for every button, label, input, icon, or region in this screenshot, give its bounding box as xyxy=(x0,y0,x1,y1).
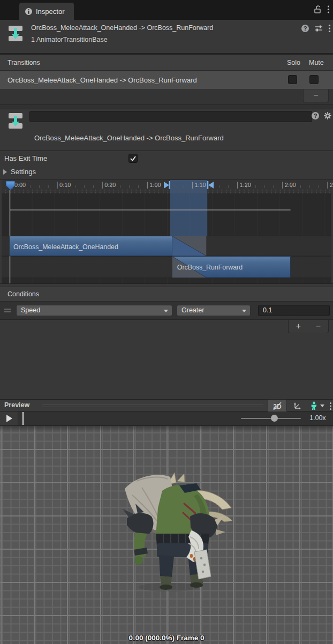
remove-condition-button[interactable]: − xyxy=(308,320,328,333)
pivot-axis-button[interactable] xyxy=(287,400,306,412)
transition-row-label: OrcBoss_MeleeAttack_OneHanded -> OrcBoss… xyxy=(7,76,197,84)
transition-header: OrcBoss_MeleeAttack_OneHanded -> OrcBoss… xyxy=(0,20,333,54)
ruler-tick-label: 0:20 xyxy=(104,182,116,188)
preview-header: Preview 2D xyxy=(0,399,333,411)
ruler-tick-label: 2:10 xyxy=(330,182,333,188)
conditions-title: Conditions xyxy=(7,290,39,298)
condition-row: Speed Greater 0.1 xyxy=(0,302,333,320)
has-exit-time-checkbox[interactable] xyxy=(128,154,138,163)
inspector-window: Inspector OrcBoss_MeleeAttack_OneHanded … xyxy=(0,0,333,644)
kebab-menu-icon[interactable] xyxy=(328,24,331,33)
presets-icon[interactable] xyxy=(314,24,323,33)
tab-inspector[interactable]: Inspector xyxy=(19,3,74,20)
conditions-footer: + − xyxy=(0,320,333,335)
info-icon xyxy=(25,8,33,16)
transition-subtitle: 1 AnimatorTransitionBase xyxy=(31,36,108,43)
check-icon xyxy=(129,154,137,162)
transition-name-block: ? OrcBoss_MeleeAttack_OneHanded -> OrcBo… xyxy=(0,109,333,151)
ruler-tick-label: 1:20 xyxy=(240,182,251,188)
orc-character-model xyxy=(104,471,233,595)
has-exit-time-row: Has Exit Time xyxy=(0,153,333,165)
speed-value-label: 1.00x xyxy=(309,414,326,422)
solo-checkbox[interactable] xyxy=(288,75,297,84)
ruler-tick-label: 1:10 xyxy=(194,182,206,188)
source-clip-label: OrcBoss_MeleeAttack_OneHanded xyxy=(13,243,118,251)
condition-parameter-dropdown[interactable]: Speed xyxy=(16,305,172,316)
kebab-menu-icon[interactable] xyxy=(327,5,330,14)
solo-column-label: Solo xyxy=(287,59,300,66)
ruler-tick-label: 0:00 xyxy=(14,182,26,188)
speed-slider-thumb[interactable] xyxy=(271,415,278,422)
condition-parameter-value: Speed xyxy=(21,306,40,314)
2d-slash-icon: 2D xyxy=(271,402,283,410)
ruler-tick-label: 0:10 xyxy=(59,182,71,188)
play-icon xyxy=(6,415,12,422)
preview-scrub-playhead[interactable] xyxy=(22,412,24,425)
play-button[interactable] xyxy=(0,411,18,425)
condition-value-field[interactable]: 0.1 xyxy=(258,305,330,316)
chevron-down-icon xyxy=(320,405,324,407)
add-condition-button[interactable]: + xyxy=(289,320,308,333)
help-icon[interactable]: ? xyxy=(311,111,320,120)
transition-region-band[interactable] xyxy=(170,180,207,236)
preview-viewport[interactable]: 0:00 (000.0%) Frame 0 xyxy=(0,426,333,644)
transition-list-row[interactable]: OrcBoss_MeleeAttack_OneHanded -> OrcBoss… xyxy=(0,71,333,89)
tab-label: Inspector xyxy=(36,8,64,16)
preview-resize-handle[interactable] xyxy=(42,405,263,407)
chevron-down-icon xyxy=(164,310,168,312)
transition-title: OrcBoss_MeleeAttack_OneHanded -> OrcBoss… xyxy=(31,24,277,32)
condition-operator-value: Greater xyxy=(181,306,204,314)
animator-transition-icon xyxy=(6,111,25,130)
transitions-list-header: Transitions Solo Mute xyxy=(0,54,333,71)
avatar-preview-button[interactable] xyxy=(306,400,328,412)
help-icon[interactable]: ? xyxy=(301,24,309,33)
ruler-tick-label: 1:00 xyxy=(149,182,161,188)
axis-gizmo-icon xyxy=(292,402,301,410)
transition-display-name: OrcBoss_MeleeAttack_OneHanded -> OrcBoss… xyxy=(34,134,224,142)
source-clip-bar[interactable]: OrcBoss_MeleeAttack_OneHanded xyxy=(10,236,206,256)
unlock-icon[interactable] xyxy=(313,5,322,14)
has-exit-time-label: Has Exit Time xyxy=(4,154,47,162)
tab-bar: Inspector xyxy=(0,0,333,20)
toggle-2d-button[interactable]: 2D xyxy=(268,400,287,412)
preview-title: Preview xyxy=(4,401,29,409)
ruler-tick-label: 2:00 xyxy=(285,182,296,188)
transitions-title: Transitions xyxy=(7,59,40,66)
kebab-menu-icon[interactable] xyxy=(328,400,333,412)
preview-controls: 1.00x xyxy=(0,411,333,426)
ruler-minor-strip xyxy=(2,190,331,193)
destination-clip-bar[interactable]: OrcBoss_RunForward xyxy=(172,257,291,278)
animator-transition-icon xyxy=(6,24,25,42)
destination-clip-label: OrcBoss_RunForward xyxy=(177,264,243,271)
conditions-header: Conditions xyxy=(0,287,333,302)
transition-name-input[interactable] xyxy=(29,111,312,122)
transitions-list-footer: − xyxy=(0,89,333,105)
mute-column-label: Mute xyxy=(309,59,324,66)
gear-icon[interactable] xyxy=(323,111,332,120)
condition-operator-dropdown[interactable]: Greater xyxy=(177,305,251,316)
svg-text:?: ? xyxy=(304,25,307,32)
settings-label: Settings xyxy=(11,168,36,176)
foldout-arrow-icon xyxy=(3,169,7,175)
viewport-top-shade xyxy=(0,426,333,431)
settings-foldout[interactable]: Settings xyxy=(0,167,333,178)
preview-status-text: 0:00 (000.0%) Frame 0 xyxy=(0,634,333,642)
chevron-down-icon xyxy=(242,310,246,312)
transition-timeline[interactable]: 0:00 0:10 0:20 1:00 1:10 1:20 2:00 2:10 xyxy=(0,179,333,284)
drag-handle-icon[interactable] xyxy=(4,309,11,312)
remove-transition-button[interactable]: − xyxy=(303,89,329,102)
avatar-icon xyxy=(310,401,318,410)
section-divider xyxy=(0,105,333,109)
svg-text:?: ? xyxy=(314,113,317,119)
mute-checkbox[interactable] xyxy=(309,75,319,84)
